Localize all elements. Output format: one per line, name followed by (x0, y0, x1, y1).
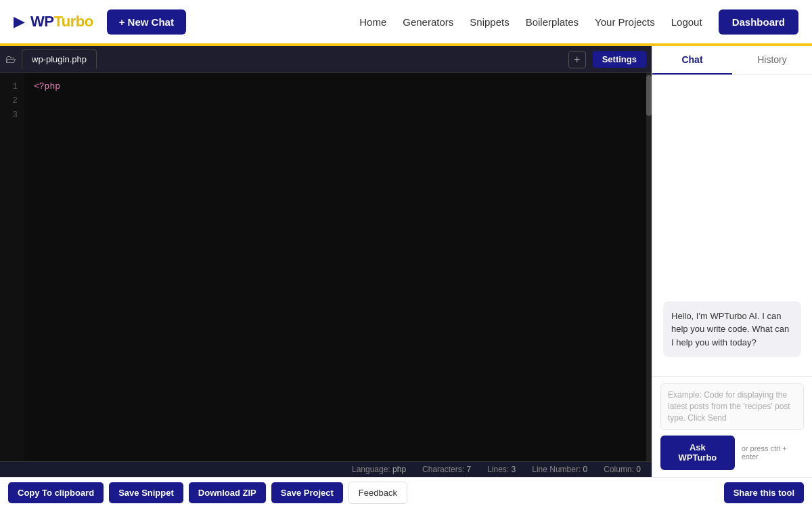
new-chat-button[interactable]: + New Chat (107, 9, 186, 35)
line-number-status: Line Number: 0 (532, 465, 587, 474)
nav-snippets[interactable]: Snippets (470, 16, 509, 28)
ask-wpturbo-button[interactable]: Ask WPTurbo (660, 436, 735, 470)
file-tab[interactable]: wp-plugin.php (22, 49, 97, 69)
logo-text: WPTurbo (30, 13, 93, 30)
download-zip-button[interactable]: Download ZIP (189, 482, 266, 503)
scrollbar-track[interactable] (646, 73, 652, 461)
line-number-2: 2 (9, 94, 18, 108)
logo-icon: ▶ (14, 13, 25, 30)
copy-to-clipboard-button[interactable]: Copy To clipboard (8, 482, 104, 503)
chat-input-placeholder[interactable]: Example: Code for displaying the latest … (660, 383, 804, 429)
nav-boilerplates[interactable]: Boilerplates (526, 16, 579, 28)
line-number-3: 3 (9, 108, 18, 123)
folder-icon[interactable]: 🗁 (5, 54, 16, 66)
chat-tabs: Chat History (652, 46, 812, 75)
chat-actions: Ask WPTurbo or press ctrl + enter (660, 436, 804, 470)
editor-panel: 🗁 wp-plugin.php + Settings 1 2 3 <?php L… (0, 46, 652, 477)
dashboard-button[interactable]: Dashboard (719, 9, 798, 35)
save-project-button[interactable]: Save Project (271, 482, 343, 503)
tab-history[interactable]: History (732, 46, 812, 75)
column-status: Column: 0 (604, 465, 641, 474)
shortcut-hint: or press ctrl + enter (742, 444, 804, 461)
settings-button[interactable]: Settings (593, 51, 646, 68)
nav-logout[interactable]: Logout (671, 16, 702, 28)
line-number-1: 1 (9, 80, 18, 94)
logo[interactable]: ▶ WPTurbo (14, 13, 93, 30)
share-tool-button[interactable]: Share this tool (724, 482, 804, 503)
save-snippet-button[interactable]: Save Snippet (109, 482, 183, 503)
scrollbar-thumb (646, 75, 652, 116)
language-status: Language: php (352, 465, 406, 474)
lines-status: Lines: 3 (487, 465, 516, 474)
line-numbers: 1 2 3 (0, 73, 24, 461)
main-container: 🗁 wp-plugin.php + Settings 1 2 3 <?php L… (0, 46, 812, 477)
nav-your-projects[interactable]: Your Projects (595, 16, 655, 28)
bottom-toolbar: Copy To clipboard Save Snippet Download … (0, 477, 812, 508)
ai-message: Hello, I'm WPTurbo AI. I can help you wr… (663, 301, 801, 358)
tab-chat[interactable]: Chat (652, 46, 732, 75)
chat-panel: Chat History Hello, I'm WPTurbo AI. I ca… (652, 46, 812, 477)
add-file-button[interactable]: + (568, 51, 586, 68)
code-content[interactable]: <?php (24, 73, 652, 461)
characters-status: Characters: 7 (422, 465, 471, 474)
nav-home[interactable]: Home (359, 16, 386, 28)
header-nav: Home Generators Snippets Boilerplates Yo… (359, 9, 798, 35)
status-bar: Language: php Characters: 7 Lines: 3 Lin… (0, 461, 652, 477)
chat-messages: Hello, I'm WPTurbo AI. I can help you wr… (652, 75, 812, 376)
code-area[interactable]: 1 2 3 <?php (0, 73, 652, 461)
feedback-button[interactable]: Feedback (348, 482, 407, 504)
chat-input-area: Example: Code for displaying the latest … (652, 376, 812, 477)
nav-generators[interactable]: Generators (403, 16, 453, 28)
editor-tabs: 🗁 wp-plugin.php + Settings (0, 46, 652, 73)
header: ▶ WPTurbo + New Chat Home Generators Sni… (0, 0, 812, 46)
header-left: ▶ WPTurbo + New Chat (14, 9, 186, 35)
